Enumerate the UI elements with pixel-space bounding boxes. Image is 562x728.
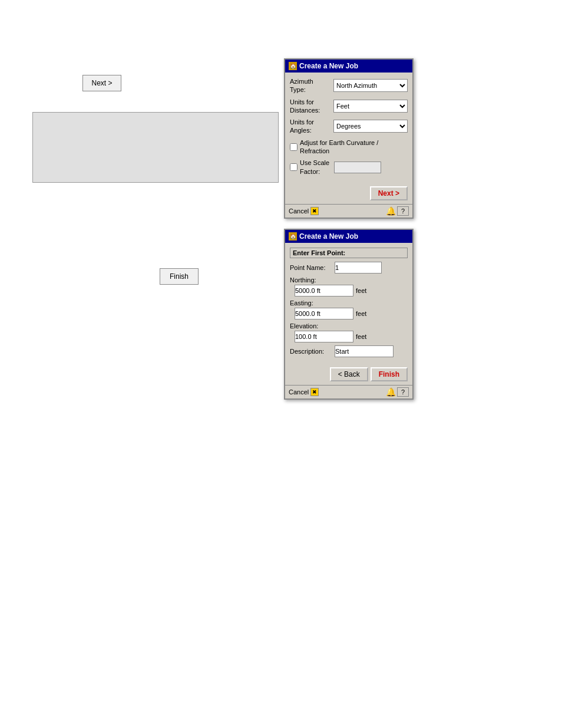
- dialog1-icon: 🏠: [289, 62, 297, 70]
- scale-factor-input[interactable]: 1.0: [334, 162, 381, 173]
- scale-factor-checkbox[interactable]: [290, 163, 297, 171]
- elevation-group: Elevation: feet: [290, 322, 408, 342]
- azimuth-type-row: Azimuth Type: North Azimuth South Azimut…: [290, 77, 408, 94]
- dialog1-statusbar: Cancel ✖ 🔔 ?: [285, 204, 412, 218]
- dialog2-title: Create a New Job: [299, 232, 358, 241]
- easting-label: Easting:: [290, 299, 408, 307]
- dialog2-icon: 🏠: [289, 232, 297, 241]
- dialog1: 🏠 Create a New Job Azimuth Type: North A…: [284, 58, 414, 219]
- dialog1-title: Create a New Job: [299, 62, 358, 70]
- standalone-finish-button[interactable]: Finish: [160, 268, 199, 285]
- northing-unit: feet: [356, 287, 366, 294]
- dialog1-next-button[interactable]: Next >: [370, 186, 408, 200]
- dialog2-finish-button[interactable]: Finish: [371, 367, 408, 381]
- dialog1-cancel-icon: ✖: [310, 207, 319, 215]
- northing-label: Northing:: [290, 276, 408, 284]
- dialog2-back-button[interactable]: < Back: [330, 367, 368, 381]
- dialog1-cancel[interactable]: Cancel ✖: [289, 207, 319, 215]
- point-name-row: Point Name:: [290, 262, 408, 274]
- background-panel: [32, 112, 279, 183]
- units-angle-label: Units for Angles:: [290, 118, 331, 135]
- units-distance-label: Units for Distances:: [290, 98, 331, 115]
- dialog1-titlebar: 🏠 Create a New Job: [285, 60, 412, 73]
- azimuth-type-select[interactable]: North Azimuth South Azimuth: [333, 79, 408, 92]
- enter-first-point-section: Enter First Point:: [290, 248, 408, 258]
- description-label: Description:: [290, 348, 332, 355]
- units-angle-row: Units for Angles: Degrees Radians Grads: [290, 118, 408, 135]
- earth-curvature-row: Adjust for Earth Curvature / Refraction: [290, 139, 408, 156]
- azimuth-type-label: Azimuth Type:: [290, 77, 331, 94]
- description-row: Description:: [290, 345, 408, 357]
- dialog2-cancel[interactable]: Cancel ✖: [289, 388, 319, 396]
- northing-input[interactable]: [295, 285, 353, 297]
- elevation-unit: feet: [356, 333, 366, 340]
- dialog2-titlebar: 🏠 Create a New Job: [285, 230, 412, 243]
- easting-group: Easting: feet: [290, 299, 408, 319]
- scale-factor-label: Use Scale Factor:: [300, 159, 329, 176]
- units-angle-select[interactable]: Degrees Radians Grads: [333, 120, 408, 133]
- dialog2-statusbar: Cancel ✖ 🔔 ?: [285, 385, 412, 398]
- dialog2-footer: < Back Finish: [285, 365, 412, 385]
- dialog2-help-button[interactable]: ?: [397, 387, 409, 397]
- elevation-input[interactable]: [295, 331, 353, 342]
- dialog2: 🏠 Create a New Job Enter First Point: Po…: [284, 229, 414, 400]
- dialog1-cancel-label: Cancel: [289, 207, 309, 215]
- northing-group: Northing: feet: [290, 276, 408, 297]
- elevation-label: Elevation:: [290, 322, 408, 330]
- dialog1-footer: Next >: [285, 184, 412, 204]
- point-name-input[interactable]: [335, 262, 382, 274]
- dialog1-help-button[interactable]: ?: [397, 206, 409, 216]
- standalone-next-button[interactable]: Next >: [82, 75, 121, 91]
- easting-input[interactable]: [295, 308, 353, 319]
- description-input[interactable]: [335, 345, 394, 357]
- scale-factor-row: Use Scale Factor: 1.0: [290, 159, 408, 176]
- earth-curvature-checkbox[interactable]: [290, 143, 297, 151]
- units-distance-select[interactable]: Feet Meters: [333, 100, 408, 113]
- point-name-label: Point Name:: [290, 264, 332, 271]
- dialog1-help-icon: 🔔: [386, 206, 396, 216]
- easting-unit: feet: [356, 310, 366, 317]
- dialog2-cancel-label: Cancel: [289, 388, 309, 396]
- dialog2-cancel-icon: ✖: [310, 388, 319, 396]
- units-distance-row: Units for Distances: Feet Meters: [290, 98, 408, 115]
- earth-curvature-label: Adjust for Earth Curvature / Refraction: [300, 139, 378, 156]
- dialog2-help-icon: 🔔: [386, 387, 396, 397]
